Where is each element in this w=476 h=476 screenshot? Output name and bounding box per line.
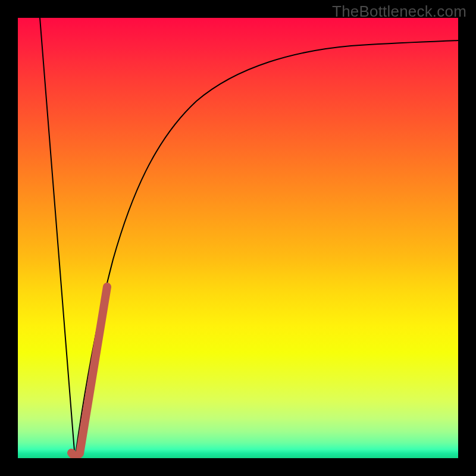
curves-layer: [18, 18, 458, 458]
plot-area: [18, 18, 458, 458]
accent-j-stroke: [71, 287, 107, 456]
chart-frame: TheBottleneck.com: [0, 0, 476, 476]
right-saturating-curve: [75, 40, 458, 458]
left-descent-line: [40, 18, 75, 458]
watermark-text: TheBottleneck.com: [332, 2, 466, 21]
